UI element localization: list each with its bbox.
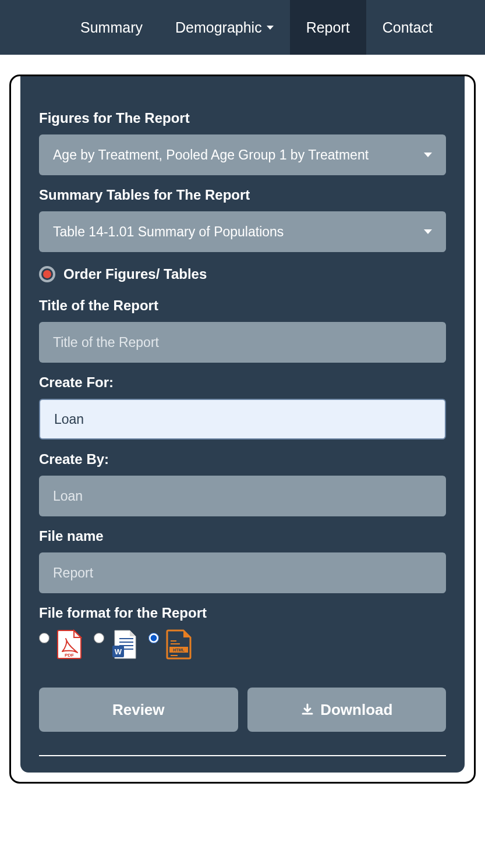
nav-tab-summary[interactable]: Summary (64, 0, 159, 55)
caret-down-icon (424, 229, 432, 234)
format-radio-pdf[interactable] (39, 633, 49, 643)
format-option-word[interactable]: W (94, 629, 137, 660)
create-by-label: Create By: (39, 451, 446, 467)
report-card-outer: Figures for The Report Age by Treatment,… (9, 75, 476, 784)
divider (39, 755, 446, 756)
figures-select[interactable]: Age by Treatment, Pooled Age Group 1 by … (39, 134, 446, 175)
nav-tab-report[interactable]: Report (290, 0, 366, 55)
create-for-label: Create For: (39, 374, 446, 391)
title-label: Title of the Report (39, 297, 446, 314)
nav-tab-demographic-label: Demographic (175, 19, 262, 36)
format-radio-html[interactable] (148, 633, 159, 643)
action-buttons: Review Download (39, 688, 446, 732)
tables-group: Summary Tables for The Report Table 14-1… (39, 187, 446, 252)
nav-tab-contact[interactable]: Contact (366, 0, 449, 55)
caret-down-icon (267, 26, 274, 30)
create-by-group: Create By: (39, 451, 446, 516)
html-icon-text: HTML (173, 648, 185, 652)
report-card: Figures for The Report Age by Treatment,… (20, 76, 465, 773)
word-icon-text: W (115, 647, 122, 656)
word-file-icon: W (111, 629, 137, 660)
tables-select[interactable]: Table 14-1.01 Summary of Populations (39, 211, 446, 252)
tables-label: Summary Tables for The Report (39, 187, 446, 203)
file-format-label: File format for the Report (39, 605, 446, 621)
format-option-pdf[interactable]: PDF (39, 629, 82, 660)
tables-select-value: Table 14-1.01 Summary of Populations (53, 224, 284, 240)
nav-tab-demographic[interactable]: Demographic (159, 0, 290, 55)
download-button-label: Download (320, 701, 392, 719)
create-for-input[interactable] (39, 399, 446, 440)
radio-ring-icon (39, 266, 55, 282)
format-radio-word[interactable] (94, 633, 104, 643)
radio-dot-icon (43, 270, 51, 278)
download-icon (300, 703, 314, 717)
figures-select-value: Age by Treatment, Pooled Age Group 1 by … (53, 147, 369, 163)
file-name-input[interactable] (39, 552, 446, 593)
file-format-options: PDF W (39, 629, 446, 660)
title-input[interactable] (39, 322, 446, 363)
figures-group: Figures for The Report Age by Treatment,… (39, 110, 446, 175)
caret-down-icon (424, 153, 432, 157)
file-format-group: File format for the Report PDF (39, 605, 446, 660)
download-button[interactable]: Download (247, 688, 447, 732)
file-name-label: File name (39, 528, 446, 544)
order-figures-toggle[interactable]: Order Figures/ Tables (39, 266, 446, 282)
html-file-icon: HTML (166, 629, 192, 660)
pdf-icon-text: PDF (65, 653, 74, 658)
file-name-group: File name (39, 528, 446, 593)
navbar: Summary Demographic Report Contact (0, 0, 485, 57)
format-option-html[interactable]: HTML (148, 629, 192, 660)
create-by-input[interactable] (39, 476, 446, 516)
order-figures-label: Order Figures/ Tables (63, 266, 207, 282)
review-button[interactable]: Review (39, 688, 238, 732)
title-group: Title of the Report (39, 297, 446, 363)
pdf-file-icon: PDF (56, 629, 82, 660)
create-for-group: Create For: (39, 374, 446, 440)
figures-label: Figures for The Report (39, 110, 446, 126)
